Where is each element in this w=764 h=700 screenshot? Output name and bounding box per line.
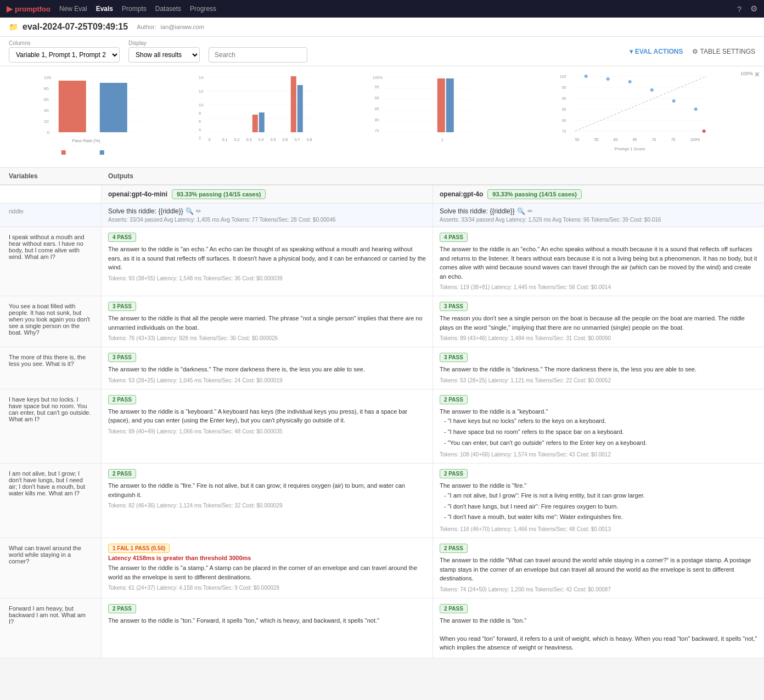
nav-item-datasets[interactable]: Datasets [155,5,181,13]
prompt-text-1: Solve this riddle: {{riddle}} [108,207,183,215]
eval-actions-button[interactable]: ▾ EVAL ACTIONS [630,48,683,55]
help-icon[interactable]: ? [737,4,741,14]
svg-text:95: 95 [375,85,379,89]
search-icon-prompt-2[interactable]: 🔍 [517,207,525,215]
output-meta-2: Tokens: 89 (43+46) Latency: 1,484 ms Tok… [440,335,757,341]
svg-text:0.2: 0.2 [234,138,239,142]
svg-text:60: 60 [44,97,49,102]
cell-output-2: 2 PASS The answer to the riddle is "ton.… [433,599,764,658]
controls-bar: Columns Variable 1, Prompt 1, Prompt 2 D… [0,37,764,66]
svg-rect-15 [61,150,66,155]
svg-text:0: 0 [208,138,210,142]
prompt-meta-1: Asserts: 33/34 passed Avg Latency: 1,405… [108,217,426,223]
output-text: The answer to the riddle is that all the… [108,314,426,332]
nav-item-progress[interactable]: Progress [190,5,216,13]
svg-text:14: 14 [198,75,203,80]
nav-item-new-eval[interactable]: New Eval [59,5,87,13]
top-nav: ▶ promptfoo New Eval Evals Prompts Datas… [0,0,764,18]
table-row: I speak without a mouth and hear without… [0,227,764,296]
svg-text:70: 70 [651,138,656,142]
output-meta-2: Tokens: 108 (40+68) Latency: 1,574 ms To… [440,451,757,458]
table-row: I have keys but no locks. I have space b… [0,389,764,464]
svg-rect-16 [100,150,104,155]
svg-rect-54 [437,78,445,132]
table-header: Variables Outputs [0,168,764,185]
svg-text:8: 8 [198,111,201,116]
table-row: You see a boat filled with people. It ha… [0,296,764,347]
svg-line-69 [575,76,706,131]
logo[interactable]: ▶ promptfoo [7,4,50,13]
svg-text:80: 80 [375,118,379,122]
cell-output-1: 3 PASS The answer to the riddle is "dark… [102,347,433,389]
table-settings-button[interactable]: ⚙ TABLE SETTINGS [692,48,755,55]
badge-3pass: 3 PASS [108,302,136,311]
gear-icon: ⚙ [692,48,698,55]
output-text: The answer to the riddle is "a stamp." A… [108,563,426,582]
output-text-2: The answer to the riddle "What can trave… [440,556,757,583]
search-input[interactable] [209,47,307,63]
cell-variable: The more of this there is, the less you … [0,347,102,389]
svg-text:12: 12 [198,89,203,94]
edit-icon-prompt[interactable]: ✏ [196,207,201,215]
cell-variable: You see a boat filled with people. It ha… [0,296,102,347]
svg-point-76 [702,129,705,133]
svg-text:10: 10 [198,103,203,108]
output-text-2: The reason you don't see a single person… [440,314,757,332]
svg-text:0.5: 0.5 [270,138,276,142]
svg-text:85: 85 [375,107,379,111]
output-meta-2: Tokens: 116 (46+70) Latency: 1,466 ms To… [440,526,757,532]
settings-icon[interactable]: ⚙ [750,4,757,14]
svg-text:100: 100 [44,75,52,80]
svg-point-73 [650,88,653,92]
nav-item-prompts[interactable]: Prompts [122,5,147,13]
cell-output-1: 2 PASS The answer to the riddle is "fire… [102,464,433,538]
svg-text:60: 60 [613,138,617,142]
display-control: Display Show all results [128,40,200,63]
display-select[interactable]: Show all results [128,47,200,63]
svg-rect-13 [100,83,127,132]
header-bar: 📁 eval-2024-07-25T09:49:15 Author: ian@i… [0,18,764,37]
svg-point-72 [628,80,631,83]
prompt-meta-2: Asserts: 33/34 passed Avg Latency: 1,529… [440,217,757,223]
output-text: The answer to the riddle is a "keyboard.… [108,407,426,425]
cell-variable: I have keys but no locks. I have space b… [0,389,102,464]
output-meta: Tokens: 93 (38+55) Latency: 1,548 ms Tok… [108,275,426,281]
svg-text:90: 90 [375,96,379,100]
svg-point-71 [606,77,609,81]
svg-point-70 [584,75,587,78]
svg-text:50: 50 [575,138,579,142]
pass-badge-2: 93.33% passing (14/15 cases) [487,189,581,199]
output-text-2: The answer to the riddle is an "echo." A… [440,245,757,281]
model-name-2: openai:gpt-4o [440,190,483,198]
pass-badge-1: 93.33% passing (14/15 cases) [172,189,266,199]
svg-text:2: 2 [198,136,201,140]
output-meta-2: Tokens: 53 (28+25) Latency: 1,121 ms Tok… [440,377,757,383]
output-meta: Tokens: 53 (28+25) Latency: 1,045 ms Tok… [108,377,426,383]
svg-text:0: 0 [47,130,50,135]
columns-control: Columns Variable 1, Prompt 1, Prompt 2 [9,40,120,63]
svg-text:6: 6 [198,119,201,124]
output-text-2: The answer to the riddle is "fire." - "I… [440,481,757,523]
svg-text:0.8: 0.8 [306,138,312,142]
svg-rect-12 [59,81,86,132]
cell-variable: I am not alive, but I grow; I don't have… [0,464,102,538]
edit-icon-prompt-2[interactable]: ✏ [527,207,533,215]
model-header-2: openai:gpt-4o 93.33% passing (14/15 case… [433,185,764,203]
badge-mixed: 1 FAIL 1 PASS (0.50) [108,544,170,553]
cell-output-1: 3 PASS The answer to the riddle is that … [102,296,433,347]
output-meta: Tokens: 61 (24+37) Latency: 4,158 ms Tok… [108,585,426,591]
svg-point-74 [672,99,675,103]
columns-select[interactable]: Variable 1, Prompt 1, Prompt 2 [9,47,120,63]
output-meta: Tokens: 89 (40+49) Latency: 1,066 ms Tok… [108,428,426,434]
chart-close-button[interactable]: × [755,70,760,80]
badge-2pass-2: 2 PASS [440,604,468,613]
chart-pass-rate: 100 80 60 40 20 0 Pass Rate (%) [9,71,169,163]
badge-2pass: 2 PASS [108,469,136,478]
output-meta: Tokens: 82 (46+36) Latency: 1,124 ms Tok… [108,503,426,509]
output-text: The answer to the riddle is "darkness." … [108,365,426,374]
svg-text:0.3: 0.3 [246,138,251,142]
prompt-row: riddle Solve this riddle: {{riddle}} 🔍 ✏… [0,204,764,227]
search-icon-prompt[interactable]: 🔍 [186,207,194,215]
svg-text:95: 95 [561,86,566,89]
nav-item-evals[interactable]: Evals [96,5,113,13]
